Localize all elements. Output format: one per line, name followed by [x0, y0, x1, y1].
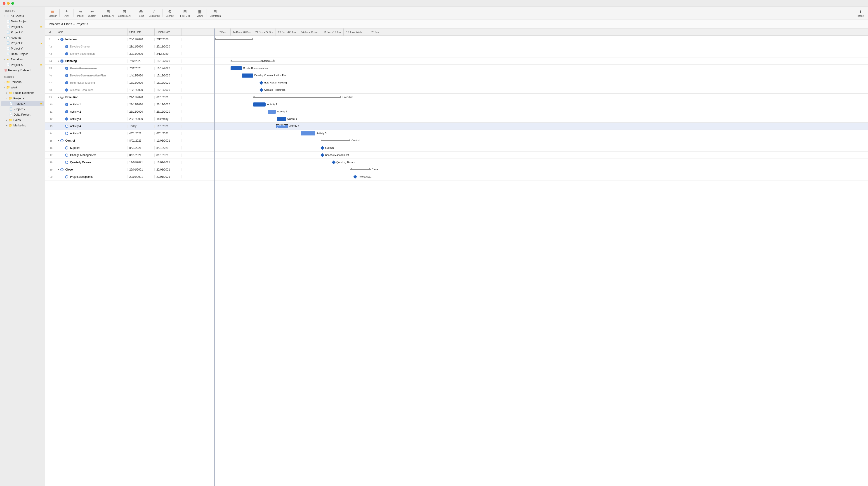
- checkbox[interactable]: [60, 168, 64, 171]
- drag-handle[interactable]: ⠿: [49, 82, 50, 84]
- sidebar-item-projecty1[interactable]: 📄 Project Y: [1, 30, 44, 35]
- checkbox[interactable]: [65, 161, 68, 164]
- table-row[interactable]: ⠿15▾Control8/01/202111/01/2021: [45, 137, 214, 144]
- expand-all-button[interactable]: ⊞ Expand / All: [100, 8, 116, 18]
- sidebar-button[interactable]: ☰ Sidebar: [47, 8, 58, 18]
- checkbox[interactable]: ✓: [65, 52, 68, 55]
- checkbox[interactable]: ✓: [65, 74, 68, 77]
- table-row[interactable]: ⠿19▾Close22/01/202122/01/2021: [45, 166, 214, 173]
- sidebar-item-delta2[interactable]: 📄 Delta Project: [1, 51, 44, 56]
- table-row[interactable]: ⠿7✓Hold Kickoff Meeting18/12/202018/12/2…: [45, 79, 214, 86]
- checkbox[interactable]: ✓: [65, 103, 68, 106]
- table-row[interactable]: ⠿14Activity 54/01/20216/01/2021: [45, 130, 214, 137]
- maximize-button[interactable]: [11, 2, 14, 5]
- checkbox[interactable]: ✓: [65, 117, 68, 121]
- expand-row-button[interactable]: ▾: [58, 168, 59, 171]
- table-row[interactable]: ⠿6✓Develop Communication Plan14/12/20201…: [45, 72, 214, 79]
- drag-handle[interactable]: ⠿: [49, 53, 50, 55]
- checkbox[interactable]: ✓: [65, 88, 68, 92]
- table-row[interactable]: ⠿4▾✓Planning7/12/202018/12/2020: [45, 57, 214, 65]
- table-row[interactable]: ⠿13Activity 4Today1/01/2021: [45, 123, 214, 130]
- filter-cell-button[interactable]: ⊟ Filter Cell: [178, 8, 191, 18]
- drag-handle[interactable]: ⠿: [49, 38, 50, 40]
- table-row[interactable]: ⠿8✓Allocate Resources18/12/202018/12/202…: [45, 86, 214, 94]
- checkbox[interactable]: −: [60, 96, 64, 99]
- drag-handle[interactable]: ⠿: [48, 161, 49, 163]
- checkbox[interactable]: [65, 132, 68, 135]
- expand-row-button[interactable]: ▾: [58, 139, 59, 142]
- checkbox[interactable]: [65, 154, 68, 157]
- sidebar-item-sales[interactable]: ▸ 📁 Sales: [1, 117, 44, 122]
- drag-handle[interactable]: ⠿: [48, 110, 49, 113]
- checkbox[interactable]: ✓: [65, 81, 68, 84]
- checkbox[interactable]: ✓: [60, 38, 64, 41]
- table-row[interactable]: ⠿9▾−Execution21/12/20206/01/2021: [45, 94, 214, 101]
- drag-handle[interactable]: ⠿: [49, 67, 50, 69]
- sidebar-item-marketing[interactable]: ▸ 📁 Marketing: [1, 123, 44, 128]
- table-row[interactable]: ⠿5✓Create Documentation7/12/202011/12/20…: [45, 65, 214, 72]
- drag-handle[interactable]: ⠿: [49, 74, 50, 77]
- sidebar-item-public-relations[interactable]: ▸ 📁 Public Relations: [1, 90, 44, 95]
- drag-handle[interactable]: ⠿: [48, 118, 49, 120]
- drag-handle[interactable]: ⠿: [49, 60, 50, 62]
- sidebar-item-projecty2[interactable]: 📄 Project Y: [1, 46, 44, 51]
- expand-row-button[interactable]: ▾: [58, 60, 59, 62]
- table-row[interactable]: ⠿2✓Develop Charter23/11/202027/11/2020: [45, 43, 214, 50]
- drag-handle[interactable]: ⠿: [48, 103, 49, 105]
- checkbox[interactable]: [65, 175, 68, 178]
- table-row[interactable]: ⠿1▾✓Initiation23/11/20202/12/2020: [45, 36, 214, 43]
- checkbox[interactable]: [65, 146, 68, 150]
- checkbox[interactable]: ✓: [65, 110, 68, 113]
- checkbox[interactable]: ✓: [65, 45, 68, 48]
- table-row[interactable]: ⠿12✓Activity 328/12/2020Yesterday: [45, 115, 214, 123]
- drag-handle[interactable]: ⠿: [48, 125, 49, 127]
- drag-handle[interactable]: ⠿: [48, 168, 49, 171]
- table-row[interactable]: ⠿20Project Acceptance22/01/202122/01/202…: [45, 173, 214, 180]
- expand-row-button[interactable]: ▾: [58, 96, 59, 98]
- drag-handle[interactable]: ⠿: [49, 45, 50, 48]
- drag-handle[interactable]: ⠿: [48, 132, 49, 134]
- drag-handle[interactable]: ⠿: [48, 154, 49, 156]
- outdent-button[interactable]: ⇤ Outdent: [86, 8, 98, 18]
- drag-handle[interactable]: ⠿: [48, 147, 49, 149]
- drag-handle[interactable]: ⠿: [49, 96, 50, 98]
- table-row[interactable]: ⠿3✓Identify Stakeholders30/11/20202/12/2…: [45, 50, 214, 57]
- checkbox[interactable]: ✓: [60, 59, 64, 63]
- sidebar-item-projecty-sheet[interactable]: 📄 Project Y: [1, 107, 44, 112]
- collapse-all-button[interactable]: ⊟ Collapse / All: [116, 8, 133, 18]
- minimize-button[interactable]: [7, 2, 10, 5]
- drag-handle[interactable]: ⠿: [49, 89, 50, 91]
- indent-button[interactable]: ⇥ Indent: [74, 8, 86, 18]
- sidebar-item-projects[interactable]: ▾ 📁 Projects: [1, 96, 44, 101]
- expand-row-button[interactable]: ▾: [58, 38, 59, 40]
- table-row[interactable]: ⠿18Quarterly Review11/01/202111/01/2021: [45, 159, 214, 166]
- sidebar-item-allsheets[interactable]: ▾ ⊞ All Sheets: [1, 13, 44, 18]
- sidebar-item-delta-sheet[interactable]: 📄 Delta Project: [1, 112, 44, 117]
- table-row[interactable]: ⠿10✓Activity 121/12/202023/12/2020: [45, 101, 214, 108]
- sidebar-item-projectx3[interactable]: 📄 Project X ★: [1, 62, 44, 67]
- close-button[interactable]: [3, 2, 5, 5]
- add-button[interactable]: + Add: [61, 8, 72, 18]
- sidebar-item-work[interactable]: ▾ 📁 Work: [1, 85, 44, 90]
- checkbox[interactable]: [60, 139, 64, 142]
- table-row[interactable]: ⠿11✓Activity 223/12/202025/12/2020: [45, 108, 214, 115]
- orientation-button[interactable]: ⊞ Orientation: [208, 8, 223, 18]
- sidebar-item-projectx-sheet[interactable]: 📄 Project X ★: [1, 101, 44, 106]
- table-row[interactable]: ⠿17Change Management8/01/20218/01/2021: [45, 152, 214, 159]
- drag-handle[interactable]: ⠿: [48, 176, 49, 178]
- sidebar-item-delta1[interactable]: 📄 Delta Project: [1, 19, 44, 24]
- inspect-button[interactable]: ℹ Inspect: [855, 8, 866, 18]
- sidebar-item-personal[interactable]: ▸ 📁 Personal: [1, 80, 44, 84]
- sidebar-item-recently-deleted[interactable]: 🗑 Recently Deleted: [1, 68, 44, 72]
- sidebar-item-recents[interactable]: ▾ 🕐 Recents: [1, 35, 44, 40]
- sidebar-item-projectx2[interactable]: 📄 Project X ★: [1, 40, 44, 45]
- checkbox[interactable]: [65, 125, 68, 128]
- sidebar-item-favorites[interactable]: ▾ ★ Favorites: [1, 57, 44, 62]
- drag-handle[interactable]: ⠿: [48, 139, 49, 142]
- table-row[interactable]: ⠿16Support8/01/20218/01/2021: [45, 144, 214, 152]
- views-button[interactable]: ▦ Views: [194, 8, 206, 18]
- completed-button[interactable]: ✓ Completed: [147, 8, 161, 18]
- sidebar-item-projectx1[interactable]: 📄 Project X ★: [1, 24, 44, 29]
- focus-button[interactable]: ◎ Focus: [135, 8, 147, 18]
- connect-button[interactable]: ⊗ Connect: [164, 8, 176, 18]
